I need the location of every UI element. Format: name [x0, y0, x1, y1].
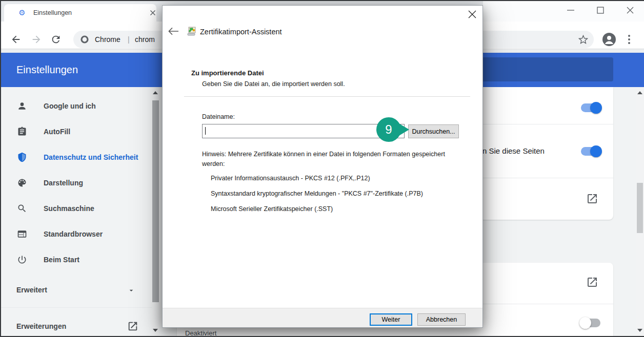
toggle-knob: [590, 145, 602, 157]
sidebar-item-label: Erweitert: [16, 286, 47, 294]
url-site-text: Chrome: [95, 31, 120, 48]
toggle-row1-on[interactable]: [581, 103, 600, 112]
url-divider: |: [128, 31, 130, 48]
note-line1: Hinweis: Mehrere Zertifikate können in e…: [202, 151, 445, 158]
back-icon[interactable]: [10, 34, 22, 45]
note-line2: werden:: [202, 160, 225, 167]
sidebar-item-google[interactable]: Google und ich: [0, 96, 152, 116]
section-subtitle: Geben Sie die Datei an, die importiert w…: [202, 80, 345, 88]
profile-avatar[interactable]: [602, 33, 616, 46]
toggle-knob: [579, 317, 591, 329]
sidebar-item-label: Suchmaschine: [44, 204, 94, 213]
format-item: Privater Informationsaustausch - PKCS #1…: [211, 175, 370, 182]
window-edge-left: [0, 0, 1, 337]
dialog-divider: [184, 96, 470, 97]
sidebar-item-label: Datenschutz und Sicherheit: [44, 153, 138, 161]
sidebar-item-datenschutz[interactable]: Datenschutz und Sicherheit: [0, 147, 152, 167]
scroll-down-arrow-icon[interactable]: [637, 329, 642, 332]
certificate-wizard-icon: [187, 26, 197, 36]
window-minimize-button[interactable]: [566, 5, 576, 15]
url-path-text: chrom: [135, 31, 155, 48]
cancel-button[interactable]: Abbrechen: [417, 313, 466, 326]
scroll-up-arrow-icon[interactable]: [637, 91, 642, 94]
sidebar-scrollbar[interactable]: [152, 87, 159, 337]
annotation-arrow-tip: [399, 123, 409, 136]
dialog-close-icon[interactable]: [467, 9, 477, 19]
scroll-up-arrow-icon[interactable]: [153, 91, 158, 94]
sidebar-item-beim-start[interactable]: Beim Start: [0, 249, 152, 270]
next-button[interactable]: Weiter: [370, 313, 412, 326]
page-scrollbar[interactable]: [636, 87, 644, 337]
palette-icon: [17, 178, 27, 188]
format-item: Microsoft Serieller Zertifikatspeicher (…: [211, 205, 333, 213]
sidebar-divider: [0, 307, 152, 308]
cert-import-dialog: Zertifikatimport-Assistent Zu importiere…: [162, 5, 483, 328]
toggle-row3-off[interactable]: [581, 319, 600, 327]
window-titlebar: [483, 0, 644, 22]
scroll-down-arrow-icon[interactable]: [153, 329, 158, 332]
external-link-icon: [127, 321, 138, 332]
sidebar-item-label: Google und ich: [44, 102, 96, 110]
tab-title: Einstellungen: [33, 4, 72, 22]
scrollbar-thumb[interactable]: [152, 100, 159, 302]
format-item: Syntaxstandard kryptografischer Meldunge…: [211, 190, 423, 197]
browser-menu-icon[interactable]: [626, 34, 632, 45]
sidebar-item-label: Standardbrowser: [44, 230, 103, 238]
scrollbar-thumb[interactable]: [637, 183, 643, 233]
window-maximize-button[interactable]: [595, 5, 606, 15]
shield-icon: [17, 152, 27, 162]
step-number-badge: 9: [376, 117, 401, 142]
external-link-icon[interactable]: [586, 276, 598, 288]
settings-gear-favicon: ⚙: [17, 8, 27, 17]
sidebar-item-erweiterungen[interactable]: Erweiterungen: [0, 316, 152, 336]
autofill-icon: [17, 127, 27, 137]
bookmark-star-icon[interactable]: [578, 35, 588, 45]
browser-window-icon: [17, 229, 27, 239]
external-link-icon[interactable]: [586, 193, 598, 205]
sidebar-item-suchmaschine[interactable]: Suchmaschine: [0, 198, 152, 219]
section-title: Zu importierende Datei: [191, 69, 264, 77]
reload-icon[interactable]: [50, 34, 62, 45]
person-icon: [17, 101, 27, 111]
dialog-title: Zertifikatimport-Assistent: [200, 28, 282, 36]
text-caret: [205, 127, 206, 135]
forward-icon[interactable]: [31, 34, 42, 45]
sidebar-item-standardbrowser[interactable]: Standardbrowser: [0, 224, 152, 244]
sidebar-item-erweitert[interactable]: Erweitert: [0, 280, 152, 300]
chrome-logo-icon: [80, 35, 89, 44]
window-edge-top: [0, 0, 644, 1]
sidebar-item-label: AutoFill: [44, 128, 70, 136]
browser-tab-einstellungen[interactable]: ⚙ Einstellungen: [4, 4, 156, 22]
dialog-back-icon[interactable]: [167, 26, 179, 36]
toggle-row2-on[interactable]: [581, 147, 600, 156]
browse-button[interactable]: Durchsuchen...: [408, 124, 459, 138]
sidebar-item-label: Darstellung: [44, 179, 83, 187]
search-icon: [17, 203, 27, 214]
chevron-down-icon: [127, 286, 135, 294]
filename-input[interactable]: [202, 124, 405, 138]
tab-close-icon[interactable]: [150, 10, 156, 16]
sidebar-item-label: Beim Start: [44, 256, 79, 264]
sidebar-item-label: Erweiterungen: [16, 322, 66, 330]
toggle-knob: [590, 102, 602, 114]
screen: ⚙ Einstellungen Chrome | chrom Einstellu…: [0, 0, 644, 337]
setting-row-label-partial: n Sie diese Seiten: [482, 146, 545, 155]
filename-label: Dateiname:: [202, 113, 235, 120]
avatar-person-icon: [602, 33, 616, 46]
sidebar-item-autofill[interactable]: AutoFill: [0, 121, 152, 142]
window-close-button[interactable]: [625, 5, 635, 15]
step-annotation: 9: [376, 117, 401, 142]
settings-header-title: Einstellungen: [16, 53, 78, 87]
power-icon: [17, 255, 27, 265]
sidebar-item-darstellung[interactable]: Darstellung: [0, 173, 152, 193]
